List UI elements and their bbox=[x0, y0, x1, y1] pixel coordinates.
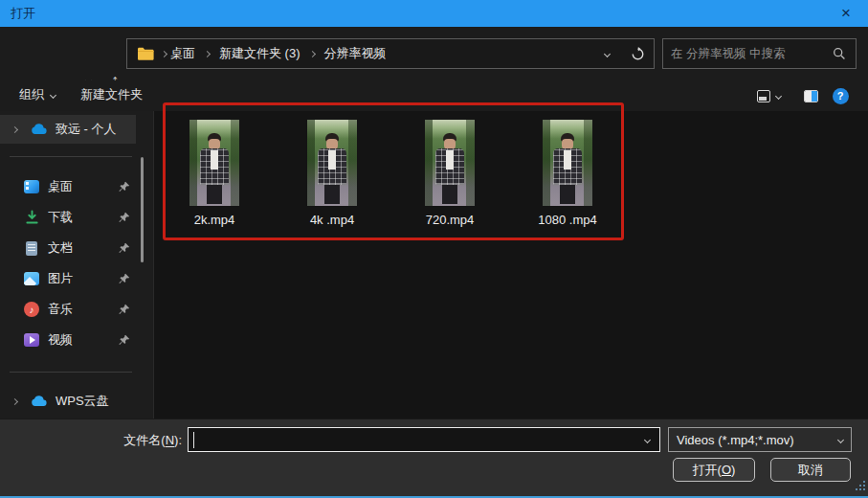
open-button[interactable]: 打开(O) bbox=[673, 458, 755, 482]
preview-pane-icon bbox=[804, 90, 818, 102]
title-bar: 打开 bbox=[0, 0, 868, 27]
cancel-button[interactable]: 取消 bbox=[770, 458, 851, 482]
sidebar-item-wps-cloud[interactable]: WPS云盘 bbox=[0, 387, 136, 416]
video-thumbnail bbox=[189, 120, 239, 206]
new-folder-button[interactable]: 新建文件夹 bbox=[73, 80, 150, 109]
music-icon: ♪ bbox=[21, 302, 42, 317]
sidebar-item-label: 下载 bbox=[48, 209, 73, 226]
pin-icon[interactable] bbox=[119, 273, 130, 284]
person-figure bbox=[553, 133, 582, 204]
documents-icon bbox=[21, 241, 42, 256]
file-item-1080[interactable]: 1080 .mp4 bbox=[520, 120, 615, 227]
search-box[interactable] bbox=[662, 38, 857, 69]
sidebar-item-pictures[interactable]: 图片 bbox=[21, 264, 134, 293]
address-bar[interactable]: 桌面 新建文件夹 (3) 分辨率视频 bbox=[126, 38, 655, 69]
search-icon[interactable] bbox=[833, 47, 846, 60]
new-folder-label: 新建文件夹 bbox=[80, 86, 143, 103]
sidebar-item-label: 视频 bbox=[48, 331, 73, 349]
wps-cloud-icon bbox=[29, 396, 50, 407]
filename-input[interactable] bbox=[189, 428, 634, 451]
chevron-down-icon bbox=[643, 436, 650, 442]
pin-icon[interactable] bbox=[119, 242, 130, 254]
close-button[interactable]: × bbox=[824, 0, 868, 27]
sidebar: 致远 - 个人 桌面 下载 文档 图片 ♪ 音乐 bbox=[0, 111, 153, 419]
chevron-down-icon bbox=[50, 91, 56, 98]
sidebar-item-label: 致远 - 个人 bbox=[56, 121, 117, 138]
desktop-icon bbox=[21, 180, 42, 193]
file-item-720[interactable]: 720.mp4 bbox=[402, 120, 498, 227]
sidebar-item-videos[interactable]: 视频 bbox=[21, 326, 134, 354]
sidebar-scrollbar[interactable] bbox=[141, 157, 144, 262]
breadcrumb-desktop[interactable]: 桌面 bbox=[167, 45, 199, 62]
resize-grip[interactable] bbox=[854, 479, 865, 490]
pin-icon[interactable] bbox=[119, 181, 130, 192]
help-icon: ? bbox=[833, 88, 849, 104]
refresh-button[interactable] bbox=[621, 39, 654, 68]
filename-dropdown-button[interactable] bbox=[634, 428, 659, 451]
sidebar-divider bbox=[10, 156, 132, 157]
video-thumbnail bbox=[425, 120, 475, 206]
sidebar-item-downloads[interactable]: 下载 bbox=[21, 203, 134, 232]
filetype-select[interactable]: Videos (*.mp4;*.mov) bbox=[668, 427, 852, 452]
downloads-icon bbox=[21, 210, 42, 225]
sidebar-item-label: 音乐 bbox=[48, 301, 73, 318]
sidebar-item-label: 文档 bbox=[48, 239, 73, 257]
file-name: 2k.mp4 bbox=[194, 213, 235, 227]
sidebar-divider bbox=[10, 372, 132, 373]
file-item-2k[interactable]: 2k.mp4 bbox=[167, 120, 262, 227]
sidebar-item-documents[interactable]: 文档 bbox=[21, 234, 134, 262]
person-figure bbox=[200, 133, 229, 204]
pin-icon[interactable] bbox=[119, 212, 130, 223]
search-input[interactable] bbox=[663, 47, 833, 60]
sidebar-item-onedrive[interactable]: 致远 - 个人 bbox=[0, 115, 136, 144]
filename-label: 文件名(N): bbox=[57, 432, 182, 449]
sidebar-item-desktop[interactable]: 桌面 bbox=[21, 172, 134, 201]
breadcrumb-new-folder[interactable]: 新建文件夹 (3) bbox=[215, 45, 304, 62]
help-button[interactable]: ? bbox=[827, 83, 854, 108]
file-name: 4k .mp4 bbox=[310, 213, 354, 227]
organize-button[interactable]: 组织 bbox=[11, 80, 63, 109]
video-thumbnail bbox=[543, 120, 592, 206]
filetype-value: Videos (*.mp4;*.mov) bbox=[677, 433, 794, 447]
footer-panel: 文件名(N): Videos (*.mp4;*.mov) 打开(O) 取消 bbox=[0, 419, 868, 496]
file-name: 720.mp4 bbox=[426, 213, 475, 227]
view-icon bbox=[757, 90, 770, 102]
person-figure bbox=[318, 133, 346, 204]
videos-icon bbox=[21, 333, 42, 347]
person-figure bbox=[435, 133, 464, 204]
video-thumbnail bbox=[307, 120, 357, 206]
address-dropdown-button[interactable] bbox=[592, 39, 621, 68]
chevron-down-icon bbox=[603, 50, 610, 57]
sidebar-item-music[interactable]: ♪ 音乐 bbox=[21, 295, 134, 324]
pictures-icon bbox=[21, 272, 42, 285]
sidebar-item-label: 图片 bbox=[48, 270, 73, 287]
window-title: 打开 bbox=[11, 5, 35, 22]
file-grid: 2k.mp4 4k .mp4 720.mp4 1080 .mp4 bbox=[167, 120, 615, 227]
expand-chevron-icon[interactable] bbox=[0, 127, 29, 132]
sidebar-item-label: 桌面 bbox=[48, 178, 73, 195]
file-name: 1080 .mp4 bbox=[538, 213, 596, 227]
change-view-button[interactable] bbox=[747, 83, 790, 108]
filename-combobox[interactable] bbox=[188, 427, 660, 452]
breadcrumb-current-folder[interactable]: 分辨率视频 bbox=[321, 45, 390, 62]
preview-pane-button[interactable] bbox=[797, 83, 824, 108]
toolbar: 组织 新建文件夹 ? bbox=[0, 80, 868, 111]
sidebar-item-label: WPS云盘 bbox=[56, 393, 109, 410]
expand-chevron-icon[interactable] bbox=[0, 399, 29, 404]
pin-icon[interactable] bbox=[119, 334, 130, 346]
refresh-icon bbox=[631, 47, 645, 61]
pin-icon[interactable] bbox=[119, 304, 130, 315]
organize-label: 组织 bbox=[19, 86, 44, 103]
chevron-down-icon bbox=[837, 436, 844, 442]
breadcrumb-separator-icon bbox=[308, 50, 315, 57]
folder-icon bbox=[137, 47, 154, 60]
text-caret bbox=[193, 432, 194, 448]
breadcrumb-separator-icon bbox=[204, 50, 211, 57]
file-item-4k[interactable]: 4k .mp4 bbox=[284, 120, 380, 227]
onedrive-cloud-icon bbox=[29, 124, 50, 135]
chevron-down-icon bbox=[774, 92, 781, 99]
